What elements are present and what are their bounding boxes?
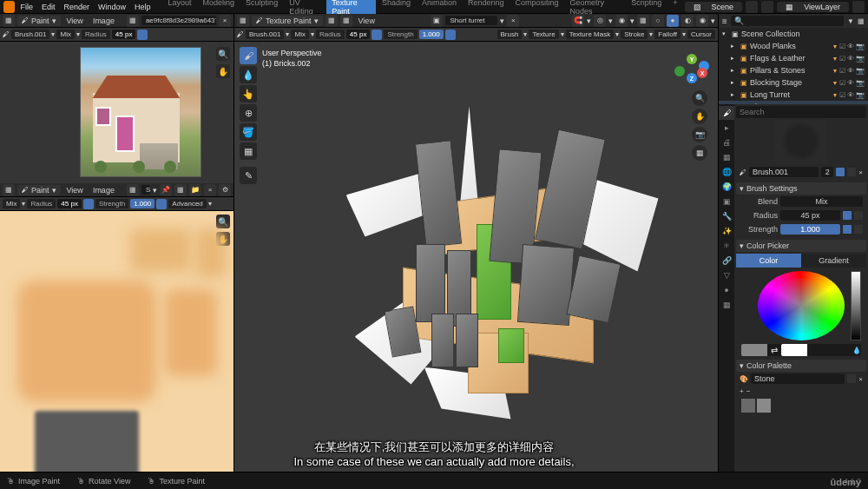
menu-view[interactable]: View — [355, 16, 378, 26]
menu-image[interactable]: Image — [89, 185, 118, 195]
brush-preview[interactable] — [775, 120, 827, 163]
scene-del-icon[interactable] — [761, 1, 773, 13]
render-icon[interactable]: 📷 — [856, 55, 865, 63]
particles-tab-icon[interactable]: ✨ — [719, 224, 734, 238]
scene-new-icon[interactable] — [746, 1, 758, 13]
color-picker-header[interactable]: ▾Color Picker — [736, 240, 866, 252]
texmask-popover[interactable]: Texture Mask — [566, 30, 615, 39]
menu-edit[interactable]: Edit — [38, 3, 59, 11]
render-tab-icon[interactable]: ▸ — [719, 121, 734, 135]
palette-close-icon[interactable]: × — [858, 375, 863, 383]
shading-wireframe-icon[interactable]: ○ — [652, 15, 664, 27]
zoom-icon[interactable]: 🔍 — [692, 90, 707, 106]
axis-y[interactable]: Y — [687, 54, 697, 64]
image-icon[interactable]: ▦ — [127, 184, 139, 196]
brush-name[interactable]: Brush.001 — [246, 30, 284, 39]
mode-selector[interactable]: 🖌Texture Paint▾ — [252, 16, 323, 26]
menu-window[interactable]: Window — [95, 3, 129, 11]
radius-value[interactable]: 45 px — [57, 199, 82, 208]
primary-color-swatch[interactable] — [741, 344, 767, 356]
advanced-dropdown[interactable]: Advanced — [168, 199, 207, 208]
collection-row[interactable]: ▸▣ Flags & Leather ▾ ☑👁📷 — [719, 52, 868, 64]
fill-tool-icon[interactable]: 🪣 — [240, 123, 257, 141]
pressure-icon[interactable] — [843, 225, 852, 234]
render-icon[interactable]: 📷 — [856, 91, 865, 99]
close-icon[interactable]: × — [204, 184, 216, 196]
camera-icon[interactable]: 📷 — [692, 127, 707, 142]
exclude-icon[interactable]: ☑ — [839, 79, 845, 87]
draw-tool-icon[interactable]: 🖌 — [240, 47, 257, 64]
mode-selector[interactable]: 🖌Paint▾ — [17, 16, 61, 26]
viewlayer-tab-icon[interactable]: ▦ — [719, 150, 734, 164]
new-collection-icon[interactable]: ▦ — [858, 17, 865, 25]
palette-name[interactable]: Stone — [751, 373, 845, 384]
new-icon[interactable]: ▦ — [174, 184, 187, 196]
color-tab[interactable]: Color — [736, 254, 801, 268]
render-icon[interactable]: 📷 — [856, 43, 865, 50]
add-swatch-icon[interactable]: + — [740, 387, 744, 395]
gradient-tab[interactable]: Gradient — [801, 254, 866, 268]
texture-tab-icon[interactable]: ▦ — [719, 298, 734, 312]
blend-mode[interactable]: Mix — [291, 30, 308, 39]
texture-paint-canvas[interactable]: 🔍 ✋ — [0, 211, 233, 472]
brush-name[interactable]: Brush.001 — [11, 30, 49, 39]
stroke-popover[interactable]: Stroke — [621, 30, 648, 39]
gizmo-toggle-icon[interactable]: ◎ — [594, 15, 606, 27]
radius-value[interactable]: 45 px — [112, 30, 136, 39]
eyedropper-icon[interactable]: 💧 — [852, 347, 861, 354]
shading-material-icon[interactable]: ◐ — [681, 15, 694, 27]
xray-icon[interactable]: ▦ — [637, 15, 649, 27]
blend-mode[interactable]: Mix — [3, 199, 20, 208]
material-tab-icon[interactable]: ● — [719, 283, 734, 297]
palette-swatch[interactable] — [741, 399, 755, 413]
radius-pressure-icon[interactable] — [137, 30, 148, 40]
blend-value[interactable]: Mix — [780, 196, 863, 207]
unit-icon[interactable] — [854, 225, 863, 234]
pressure-icon[interactable] — [843, 211, 852, 220]
axis-z[interactable]: Z — [687, 73, 697, 83]
brush-preset-icon[interactable]: 🖌 — [237, 30, 244, 38]
perspective-icon[interactable]: ▦ — [692, 145, 707, 161]
open-icon[interactable]: 📁 — [189, 184, 201, 196]
image-icon[interactable]: ▦ — [127, 15, 139, 27]
fake-user-icon[interactable] — [836, 168, 845, 176]
active-tool-tab-icon[interactable]: 🖌 — [719, 106, 734, 120]
menu-view[interactable]: View — [63, 16, 87, 26]
pressure-icon[interactable] — [83, 199, 94, 209]
falloff-popover[interactable]: Falloff — [654, 30, 681, 39]
editor-type-icon[interactable]: ▦ — [3, 15, 15, 27]
unit-icon[interactable] — [854, 211, 863, 220]
visibility-icon[interactable]: 👁 — [847, 91, 854, 99]
smear-tool-icon[interactable]: 👆 — [240, 85, 257, 102]
palette-new-icon[interactable] — [847, 374, 856, 383]
pressure-icon[interactable] — [156, 199, 167, 209]
editor-type-icon[interactable]: ▦ — [3, 184, 15, 196]
scene-selector[interactable]: ▨Scene — [685, 2, 743, 12]
brush-name-field[interactable]: Brush.001 — [749, 167, 819, 177]
collection-row[interactable]: ▸▣ Long Turret ▾ ☑👁📷 — [719, 89, 868, 101]
pan-icon[interactable]: ✋ — [692, 109, 707, 124]
axis-x[interactable]: X — [697, 68, 707, 78]
visibility-icon[interactable]: 👁 — [847, 55, 854, 63]
mask-icon[interactable]: ▦ — [326, 15, 338, 27]
mode-selector[interactable]: 🖌Paint▾ — [17, 185, 61, 195]
menu-help[interactable]: Help — [131, 3, 155, 11]
orientation-gizmo[interactable]: Y Z X — [676, 54, 707, 85]
render-icon[interactable]: 📷 — [856, 67, 865, 75]
collection-row[interactable]: ▸▣ Blocking Stage ▾ ☑👁📷 — [719, 76, 868, 89]
brush-settings-header[interactable]: ▾Brush Settings — [736, 182, 866, 195]
blender-logo-icon[interactable] — [3, 1, 15, 13]
collection-row[interactable]: ▸▣ Pillars & Stones ▾ ☑👁📷 — [719, 64, 868, 76]
viewlayer-selector[interactable]: ▦ViewLayer — [777, 2, 849, 12]
strength-value[interactable]: 1.000 — [780, 224, 840, 235]
palette-swatch[interactable] — [757, 399, 771, 413]
mask-tool-icon[interactable]: ▦ — [240, 142, 257, 160]
scene-tab-icon[interactable]: 🌐 — [719, 165, 734, 179]
pressure-icon[interactable] — [372, 30, 382, 40]
pan-icon[interactable]: ✋ — [216, 64, 230, 78]
annotate-tool-icon[interactable]: ✎ — [240, 167, 257, 184]
viewlayer-del-icon[interactable] — [852, 1, 865, 13]
data-tab-icon[interactable]: ▽ — [719, 268, 734, 282]
render-icon[interactable]: 📷 — [856, 79, 865, 87]
axis-y-neg[interactable] — [674, 66, 685, 76]
